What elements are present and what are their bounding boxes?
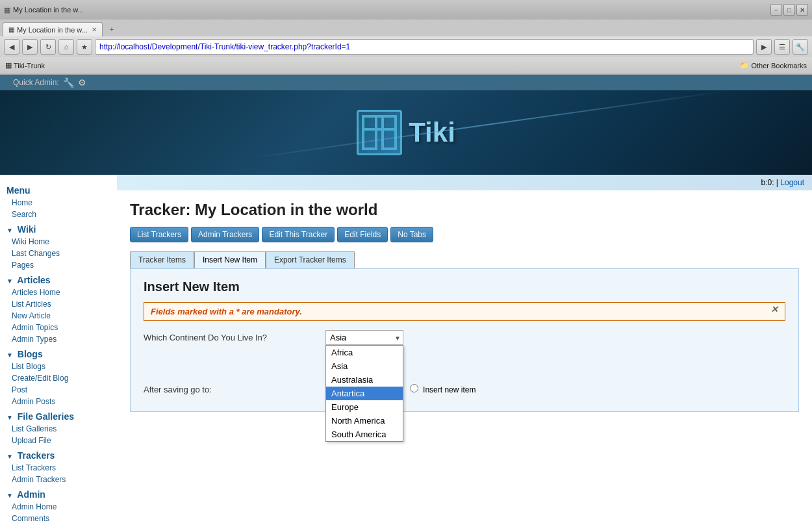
continent-label: Which Continent Do You Live In?: [144, 333, 325, 342]
navigate-button[interactable]: ▶: [756, 39, 772, 55]
close-notice-button[interactable]: ✕: [770, 304, 778, 314]
sidebar-item-upload-file[interactable]: Upload File: [0, 435, 117, 446]
dropdown-option-south-america[interactable]: South America: [326, 428, 403, 441]
continent-dropdown-popup: Africa Asia Australasia Antartica Europe…: [325, 345, 403, 442]
sidebar-item-admin-types[interactable]: Admin Types: [0, 333, 117, 345]
continent-field-row: Which Continent Do You Live In? Africa A…: [144, 330, 785, 345]
page-wrapper: Quick Admin: 🔧 ⚙ Tiki Menu Home Search ▼: [0, 75, 812, 525]
reload-button[interactable]: ↻: [40, 39, 56, 55]
other-bookmarks-label: Other Bookmarks: [751, 62, 807, 70]
tab-title: My Location in the w...: [13, 6, 770, 14]
radio-insert-text: Insert new item: [423, 385, 476, 394]
minimize-button[interactable]: −: [770, 4, 782, 16]
sidebar-item-list-galleries[interactable]: List Galleries: [0, 423, 117, 435]
edit-fields-button[interactable]: Edit Fields: [337, 227, 388, 242]
tab-insert-new-item[interactable]: Insert New Item: [194, 251, 266, 268]
articles-triangle-icon: ▼: [6, 277, 13, 285]
tiki-trunk-bookmark[interactable]: ▦ Tiki-Trunk: [5, 61, 45, 70]
radio-label-insert: Insert new item: [410, 384, 476, 394]
forward-button[interactable]: ▶: [22, 39, 38, 55]
url-bar[interactable]: [95, 39, 754, 55]
continent-select[interactable]: Africa Asia Australasia Antarctica Europ…: [325, 330, 403, 345]
other-bookmarks[interactable]: 📁 Other Bookmarks: [740, 61, 807, 70]
sidebar-item-admin-topics[interactable]: Admin Topics: [0, 322, 117, 333]
dropdown-option-asia[interactable]: Asia: [326, 359, 403, 373]
admin-trackers-button[interactable]: Admin Trackers: [191, 227, 259, 242]
quick-admin-label: Quick Admin:: [13, 78, 59, 87]
svg-rect-1: [383, 116, 396, 149]
edit-tracker-button[interactable]: Edit This Tracker: [262, 227, 335, 242]
file-galleries-triangle-icon: ▼: [6, 414, 13, 421]
mandatory-notice: ✕ Fields marked with a * are mandatory.: [144, 302, 785, 321]
browser-menu-button[interactable]: ☰: [774, 39, 790, 55]
sidebar-trackers-title: ▼ Trackers: [0, 446, 117, 462]
tab-export-tracker-items[interactable]: Export Tracker Items: [266, 251, 355, 268]
continent-select-wrapper: Africa Asia Australasia Antarctica Europ…: [325, 330, 403, 345]
trackers-triangle-icon: ▼: [6, 453, 13, 460]
sidebar-item-pages[interactable]: Pages: [0, 259, 117, 271]
sidebar-item-admin-home[interactable]: Admin Home: [0, 501, 117, 513]
logo-icon: [357, 110, 402, 155]
sidebar-item-articles-home[interactable]: Articles Home: [0, 287, 117, 298]
main-body: Tracker: My Location in the world List T…: [117, 190, 812, 422]
sidebar-blogs-title: ▼ Blogs: [0, 345, 117, 361]
dropdown-option-antarctica[interactable]: Antartica: [326, 387, 403, 400]
dropdown-option-australasia[interactable]: Australasia: [326, 373, 403, 387]
sidebar-item-list-articles[interactable]: List Articles: [0, 298, 117, 310]
logo-container: Tiki: [357, 110, 455, 155]
sidebar-item-comments[interactable]: Comments: [0, 513, 117, 524]
sidebar-item-wiki-home[interactable]: Wiki Home: [0, 236, 117, 248]
back-button[interactable]: ◀: [4, 39, 19, 55]
after-save-row: After saving go to: List of saved item I…: [144, 384, 785, 394]
quick-admin-icon2[interactable]: ⚙: [78, 77, 86, 88]
dropdown-option-africa[interactable]: Africa: [326, 346, 403, 359]
sidebar-file-galleries-title: ▼ File Galleries: [0, 407, 117, 423]
user-info: b:0: |: [761, 178, 780, 187]
sidebar-admin-title: ▼ Admin: [0, 485, 117, 501]
dropdown-option-north-america[interactable]: North America: [326, 414, 403, 428]
main-content: b:0: | Logout Tracker: My Location in th…: [117, 175, 812, 525]
home-button[interactable]: ⌂: [58, 39, 74, 55]
bookmarks-bar: ▦ Tiki-Trunk 📁 Other Bookmarks: [0, 57, 812, 74]
dropdown-option-europe[interactable]: Europe: [326, 400, 403, 414]
tab-close-button[interactable]: ✕: [92, 26, 97, 33]
sidebar-item-list-trackers[interactable]: List Trackers: [0, 462, 117, 474]
sidebar-item-home[interactable]: Home: [0, 197, 117, 209]
sidebar-item-new-article[interactable]: New Article: [0, 310, 117, 322]
sidebar-item-search[interactable]: Search: [0, 209, 117, 220]
quick-admin-bar: Quick Admin: 🔧 ⚙: [0, 75, 812, 90]
sidebar-item-admin-trackers[interactable]: Admin Trackers: [0, 474, 117, 485]
page-title: Tracker: My Location in the world: [130, 201, 799, 219]
sidebar-item-last-changes[interactable]: Last Changes: [0, 248, 117, 259]
sidebar-item-list-blogs[interactable]: List Blogs: [0, 361, 117, 372]
radio-insert-new[interactable]: [410, 384, 418, 392]
svg-rect-0: [363, 116, 376, 149]
title-bar: ▦ My Location in the w... − □ ✕: [0, 0, 812, 19]
content-area: Menu Home Search ▼ Wiki Wiki Home Last C…: [0, 175, 812, 525]
nav-bar: ◀ ▶ ↻ ⌂ ★ ▶ ☰ 🔧: [0, 36, 812, 57]
tabs-bar: Tracker Items Insert New Item Export Tra…: [130, 251, 799, 268]
bookmark-icon: ▦: [5, 61, 12, 70]
close-window-button[interactable]: ✕: [796, 4, 808, 16]
form-area: Insert New Item ✕ Fields marked with a *…: [130, 268, 799, 412]
bookmark-button[interactable]: ★: [77, 39, 92, 55]
bookmark-label: Tiki-Trunk: [14, 62, 45, 70]
quick-admin-icon1[interactable]: 🔧: [63, 77, 74, 88]
extensions-button[interactable]: 🔧: [793, 39, 808, 55]
list-trackers-button[interactable]: List Trackers: [130, 227, 188, 242]
sidebar-item-create-edit-blog[interactable]: Create/Edit Blog: [0, 372, 117, 384]
site-header: Tiki: [0, 90, 812, 175]
form-title: Insert New Item: [144, 279, 785, 294]
sidebar-item-post[interactable]: Post: [0, 384, 117, 396]
no-tabs-button[interactable]: No Tabs: [390, 227, 433, 242]
wiki-triangle-icon: ▼: [6, 227, 13, 234]
admin-triangle-icon: ▼: [6, 492, 13, 499]
new-tab-button[interactable]: +: [104, 22, 120, 36]
after-save-label: After saving go to:: [144, 385, 325, 394]
active-tab[interactable]: ▦ My Location in the w... ✕: [3, 22, 103, 36]
maximize-button[interactable]: □: [783, 4, 795, 16]
tab-tracker-items[interactable]: Tracker Items: [130, 251, 194, 268]
browser-chrome: ▦ My Location in the w... − □ ✕ ▦ My Loc…: [0, 0, 812, 75]
sidebar-item-admin-posts[interactable]: Admin Posts: [0, 396, 117, 407]
logout-link[interactable]: Logout: [780, 178, 804, 187]
